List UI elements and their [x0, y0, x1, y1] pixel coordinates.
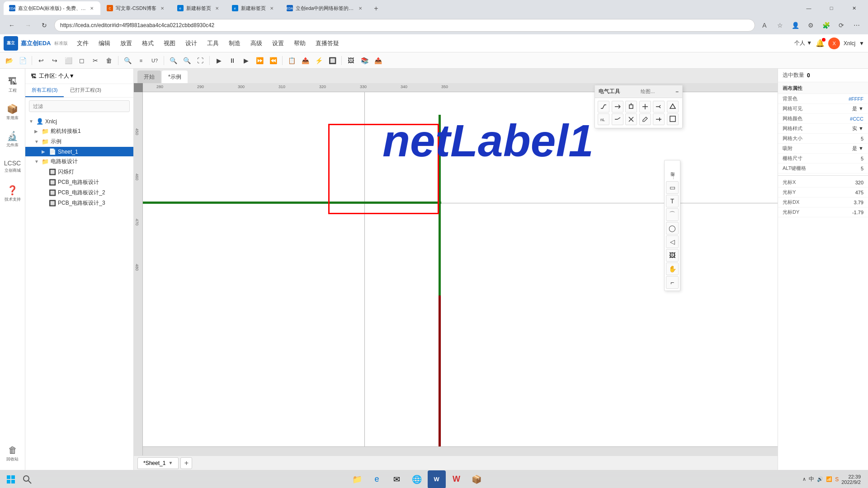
tab-newtab2[interactable]: e 新建标签页 ✕ [226, 1, 280, 15]
tab-close-jlc2[interactable]: ✕ [357, 5, 363, 11]
toolbar-zoom-out[interactable]: 🔍 [180, 54, 193, 67]
toolbar-zoom-in[interactable]: 🔍 [167, 54, 179, 67]
more-icon[interactable]: ⋯ [851, 19, 863, 31]
taskbar-app-winrar[interactable]: 📦 [467, 470, 486, 488]
sheet-tab-sheet1[interactable]: *Sheet_1 ▼ [137, 457, 179, 469]
tree-item-pcb-folder[interactable]: ▼ 📁 电路板设计 [25, 156, 133, 167]
etp-btn-x[interactable] [625, 113, 637, 125]
etp-btn-busentry[interactable] [612, 113, 623, 125]
tray-ime[interactable]: 中 [809, 475, 814, 483]
taskbar-app-msedge[interactable]: 🌐 [408, 470, 426, 488]
forward-button[interactable]: → [22, 19, 34, 32]
menu-design[interactable]: 设计 [181, 38, 202, 49]
etp-btn-pin[interactable] [653, 113, 665, 125]
sync-icon[interactable]: ⟳ [835, 19, 847, 31]
taskbar-app-word[interactable]: W [428, 470, 446, 488]
prop-gridsize-value[interactable]: 5 [861, 136, 863, 141]
toolbar-u[interactable]: U? [148, 54, 161, 67]
menu-settings[interactable]: 设置 [268, 38, 288, 49]
dt-btn-circle[interactable]: ◯ [666, 222, 679, 235]
toolbar-3d[interactable]: ⚡ [312, 54, 325, 67]
prop-altgrid-value[interactable]: 5 [861, 166, 863, 171]
toolbar-export[interactable]: 📤 [299, 54, 311, 67]
toolbar-step[interactable]: ▶ [240, 54, 252, 67]
close-button[interactable]: ✕ [844, 0, 864, 16]
prop-bgcolor-value[interactable]: #FFFF [849, 96, 863, 102]
etp-btn-edit[interactable] [639, 113, 651, 125]
prop-gridunit-value[interactable]: 5 [861, 156, 863, 161]
etp-btn-wire[interactable] [598, 101, 609, 113]
tab-jlc[interactable]: EDA 嘉立创EDA(标准版) - 免费、易用... ✕ [4, 1, 100, 15]
maximize-button[interactable]: □ [821, 0, 842, 16]
tray-volume[interactable]: 🔊 [817, 476, 823, 482]
dt-btn-cursor[interactable]: ✋ [666, 263, 679, 275]
prop-gridcolor-value[interactable]: #CCC [850, 116, 863, 122]
panel-tab-open[interactable]: 已打开工程(3) [64, 84, 107, 97]
prop-snap-value[interactable]: 是 ▼ [852, 145, 863, 152]
canvas-tab-example[interactable]: *示例 [162, 70, 188, 83]
tab-jlc2[interactable]: EDA 立创eda中的网络标签的作用_立... ✕ [281, 1, 369, 15]
etp-header[interactable]: 电气工具 绘图... − [595, 85, 682, 98]
tree-item-pcb2[interactable]: 🔲 PCB_电路板设计_2 [25, 188, 133, 198]
taskbar-app-mail[interactable]: ✉ [388, 470, 406, 488]
toolbar-paste[interactable]: ◻ [75, 54, 88, 67]
sidebar-item-library[interactable]: 📦 常用库 [2, 99, 24, 125]
toolbar-img[interactable]: 🖼 [344, 54, 357, 67]
tab-close-jlc[interactable]: ✕ [89, 5, 95, 11]
sheet-tab-arrow[interactable]: ▼ [168, 460, 173, 465]
sidebar-item-components[interactable]: 🔬 元件库 [2, 127, 24, 152]
toolbar-rw[interactable]: ⏪ [267, 54, 279, 67]
minimize-button[interactable]: — [798, 0, 819, 16]
menu-edit[interactable]: 编辑 [94, 38, 115, 49]
etp-btn-junction[interactable] [639, 101, 651, 113]
toolbar-cut[interactable]: ✂ [89, 54, 102, 67]
tab-close-csdn[interactable]: ✕ [159, 5, 165, 11]
menu-live[interactable]: 直播答疑 [311, 38, 344, 49]
tab-csdn[interactable]: C 写文章-CSDN博客 ✕ [101, 1, 171, 15]
etp-btn-netlabel[interactable]: nL [598, 113, 609, 125]
tray-show-hidden[interactable]: ∧ [802, 476, 806, 482]
start-button[interactable] [4, 472, 18, 487]
tree-item-xnlcj[interactable]: ▼ 👤 Xnlcj [25, 117, 133, 126]
panel-tab-all[interactable]: 所有工程(3) [25, 84, 64, 97]
toolbar-ff[interactable]: ⏩ [253, 54, 266, 67]
notification-bell[interactable]: 🔔 [816, 39, 825, 47]
dt-btn-corner[interactable]: ⌐ [666, 276, 679, 289]
taskbar-app-wps[interactable]: W [448, 470, 466, 488]
dt-btn-image[interactable]: 🖼 [666, 249, 679, 262]
tray-network[interactable]: 📶 [826, 476, 832, 482]
tray-time[interactable]: 22:39 2022/9/2 [841, 474, 861, 485]
refresh-button[interactable]: ↻ [38, 19, 51, 32]
tree-item-sheet1[interactable]: ▶ 📄 Sheet_1 [25, 147, 133, 156]
menu-view[interactable]: 视图 [159, 38, 180, 49]
sidebar-item-support[interactable]: ❓ 技术支持 [2, 181, 24, 206]
user-avatar[interactable]: X [828, 38, 840, 49]
toolbar-redo[interactable]: ↪ [48, 54, 61, 67]
menu-format[interactable]: 格式 [137, 38, 158, 49]
filter-input[interactable] [29, 100, 130, 112]
etp-btn-frame[interactable] [667, 113, 679, 125]
sheet-tab-add[interactable]: + [180, 457, 192, 469]
menu-help[interactable]: 帮助 [289, 38, 310, 49]
taskbar-app-edge[interactable]: e [368, 470, 386, 488]
tab-newtab1[interactable]: e 新建标签页 ✕ [172, 1, 226, 15]
tree-item-blink[interactable]: 🔲 闪烁灯 [25, 167, 133, 177]
dt-btn-rect[interactable]: ▭ [666, 181, 679, 194]
toolbar-layer[interactable]: 📚 [358, 54, 371, 67]
toolbar-bom[interactable]: 📋 [285, 54, 298, 67]
sidebar-item-trash[interactable]: 🗑 回收站 [2, 441, 24, 466]
toolbar-share[interactable]: 📤 [372, 54, 384, 67]
dt-btn-arc[interactable]: ◁ [666, 235, 679, 248]
back-button[interactable]: ← [5, 19, 18, 32]
canvas-tab-start[interactable]: 开始 [137, 70, 161, 83]
toolbar-undo[interactable]: ↩ [35, 54, 47, 67]
toolbar-search[interactable]: 🔍 [121, 54, 134, 67]
etp-btn-noconn[interactable] [653, 101, 665, 113]
menu-tools[interactable]: 工具 [203, 38, 223, 49]
toolbar-zoom-fit[interactable]: ⛶ [194, 54, 207, 67]
settings-icon[interactable]: ⚙ [805, 19, 816, 31]
tab-close-newtab2[interactable]: ✕ [269, 5, 275, 11]
taskbar-app-files[interactable]: 📁 [348, 470, 366, 488]
toolbar-netlist[interactable]: ≡ [135, 54, 147, 67]
canvas-wrapper[interactable]: 280 290 300 310 320 330 340 350 450 460 … [134, 83, 778, 455]
